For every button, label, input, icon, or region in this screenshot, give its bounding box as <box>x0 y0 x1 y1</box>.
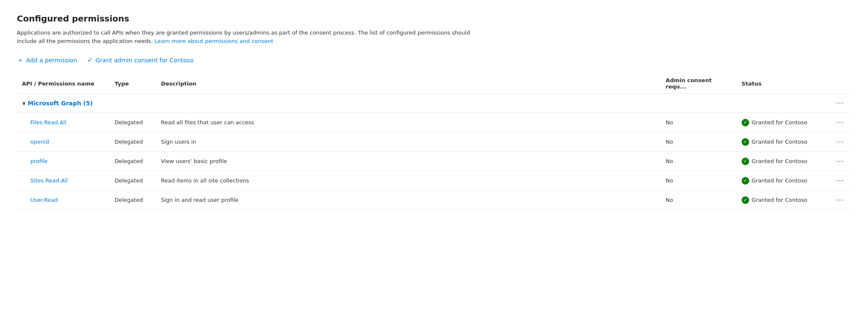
permission-description: Read items in all site collections <box>156 171 661 190</box>
granted-icon <box>742 177 749 185</box>
status-badge: Granted for Contoso <box>742 138 824 146</box>
status-text: Granted for Contoso <box>752 158 807 164</box>
table-row: profile Delegated View users' basic prof… <box>17 152 851 171</box>
col-header-consent: Admin consent requ... <box>661 74 737 94</box>
status-text: Granted for Contoso <box>752 139 807 145</box>
status-text: Granted for Contoso <box>752 177 807 184</box>
permission-more-button[interactable]: ··· <box>834 175 846 186</box>
permission-description: Sign in and read user profile <box>156 190 661 210</box>
status-text: Granted for Contoso <box>752 119 807 126</box>
col-header-name: API / Permissions name <box>17 74 110 94</box>
permission-description: Read all files that user can access <box>156 113 661 132</box>
permission-name[interactable]: openid <box>30 139 49 145</box>
table-row: User.Read Delegated Sign in and read use… <box>17 190 851 210</box>
group-name: Microsoft Graph (5) <box>28 100 93 107</box>
table-row: openid Delegated Sign users in No Grante… <box>17 132 851 152</box>
permission-type: Delegated <box>110 171 156 190</box>
grant-consent-label: Grant admin consent for Contoso <box>95 57 193 64</box>
permissions-table: API / Permissions name Type Description … <box>17 74 851 210</box>
permission-name[interactable]: profile <box>30 158 48 164</box>
permission-type: Delegated <box>110 132 156 152</box>
col-header-status: Status <box>737 74 829 94</box>
permission-name[interactable]: Files.Read.All <box>30 119 67 126</box>
chevron-down-icon: ∨ <box>22 100 26 106</box>
permission-name[interactable]: User.Read <box>30 197 58 203</box>
group-more-button[interactable]: ··· <box>834 98 846 108</box>
col-header-description: Description <box>156 74 661 94</box>
group-row: ∨ Microsoft Graph (5) ··· <box>17 94 851 113</box>
granted-icon <box>742 138 749 146</box>
permission-admin-consent: No <box>661 132 737 152</box>
permission-description: Sign users in <box>156 132 661 152</box>
granted-icon <box>742 158 749 165</box>
granted-icon <box>742 196 749 204</box>
status-badge: Granted for Contoso <box>742 177 824 185</box>
status-text: Granted for Contoso <box>752 197 807 203</box>
permission-more-button[interactable]: ··· <box>834 137 846 147</box>
permission-more-button[interactable]: ··· <box>834 156 846 166</box>
status-badge: Granted for Contoso <box>742 119 824 126</box>
permission-description: View users' basic profile <box>156 152 661 171</box>
permission-type: Delegated <box>110 113 156 132</box>
status-badge: Granted for Contoso <box>742 196 824 204</box>
page-description: Applications are authorized to call APIs… <box>17 29 480 45</box>
permission-more-button[interactable]: ··· <box>834 195 846 205</box>
permission-admin-consent: No <box>661 152 737 171</box>
permission-more-button[interactable]: ··· <box>834 117 846 128</box>
table-row: Files.Read.All Delegated Read all files … <box>17 113 851 132</box>
granted-icon <box>742 119 749 126</box>
plus-icon: ＋ <box>17 57 24 64</box>
permission-name[interactable]: Sites.Read.All <box>30 177 68 184</box>
grant-consent-button[interactable]: ✓ Grant admin consent for Contoso <box>87 55 193 65</box>
col-header-type: Type <box>110 74 156 94</box>
permission-admin-consent: No <box>661 190 737 210</box>
col-header-actions <box>829 74 851 94</box>
toolbar: ＋ Add a permission ✓ Grant admin consent… <box>17 55 851 65</box>
add-permission-label: Add a permission <box>26 57 77 64</box>
learn-more-link[interactable]: Learn more about permissions and consent <box>155 38 273 44</box>
page-title: Configured permissions <box>17 13 851 24</box>
status-badge: Granted for Contoso <box>742 158 824 165</box>
permission-type: Delegated <box>110 152 156 171</box>
table-row: Sites.Read.All Delegated Read items in a… <box>17 171 851 190</box>
permission-admin-consent: No <box>661 113 737 132</box>
add-permission-button[interactable]: ＋ Add a permission <box>17 55 77 65</box>
permission-type: Delegated <box>110 190 156 210</box>
group-label[interactable]: ∨ Microsoft Graph (5) <box>22 100 824 107</box>
permission-admin-consent: No <box>661 171 737 190</box>
checkmark-icon: ✓ <box>87 57 93 64</box>
